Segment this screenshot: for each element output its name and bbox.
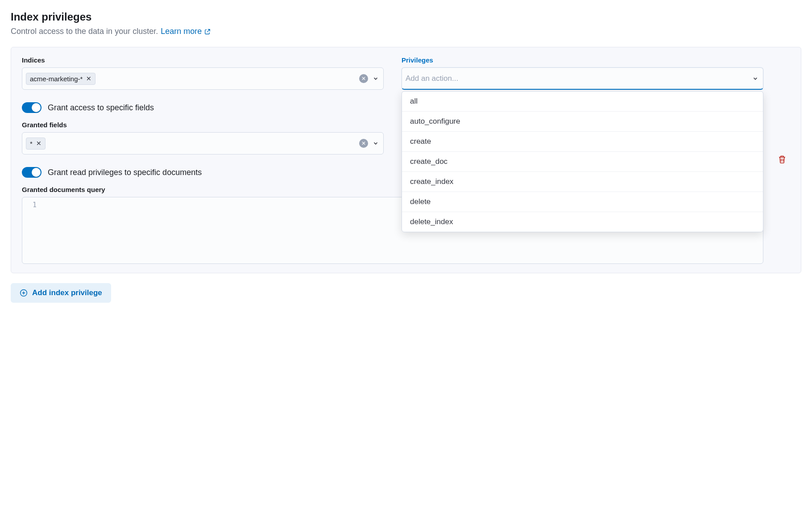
- remove-tag-icon[interactable]: ✕: [86, 75, 91, 82]
- privilege-option-delete[interactable]: delete: [402, 192, 763, 212]
- plus-circle-icon: [20, 289, 28, 297]
- section-title: Index privileges: [11, 11, 801, 23]
- granted-fields-label: Granted fields: [22, 121, 384, 129]
- privileges-dropdown: all auto_configure create create_doc cre…: [402, 91, 763, 232]
- granted-fields-input[interactable]: [49, 133, 356, 154]
- section-description: Control access to the data in your clust…: [11, 27, 801, 36]
- popout-icon: [204, 29, 211, 35]
- editor-line-number: 1: [28, 201, 37, 260]
- chevron-down-icon[interactable]: [372, 139, 380, 147]
- chevron-down-icon[interactable]: [751, 75, 759, 83]
- privilege-option-create[interactable]: create: [402, 131, 763, 151]
- granted-fields-combobox[interactable]: * ✕ ✕: [22, 132, 384, 154]
- add-index-privilege-label: Add index privilege: [32, 288, 102, 297]
- privilege-option-all[interactable]: all: [402, 92, 763, 111]
- clear-indices-icon[interactable]: ✕: [359, 74, 368, 83]
- privileges-input[interactable]: [406, 68, 748, 89]
- grant-docs-toggle-label: Grant read privileges to specific docume…: [48, 168, 202, 177]
- granted-fields-tag: * ✕: [26, 138, 46, 150]
- trash-icon[interactable]: [778, 155, 787, 166]
- privilege-option-auto-configure[interactable]: auto_configure: [402, 111, 763, 131]
- privilege-panel: Indices acme-marketing-* ✕ ✕ Grant acces…: [11, 47, 801, 273]
- indices-tag-text: acme-marketing-*: [30, 75, 83, 83]
- clear-granted-fields-icon[interactable]: ✕: [359, 139, 368, 148]
- indices-input[interactable]: [99, 68, 356, 89]
- grant-fields-toggle-label: Grant access to specific fields: [48, 103, 154, 113]
- grant-fields-toggle-row: Grant access to specific fields: [22, 102, 384, 113]
- grant-docs-toggle[interactable]: [22, 167, 41, 178]
- privilege-option-delete-index[interactable]: delete_index: [402, 212, 763, 232]
- privilege-option-create-doc[interactable]: create_doc: [402, 151, 763, 171]
- privilege-option-create-index[interactable]: create_index: [402, 171, 763, 192]
- add-index-privilege-button[interactable]: Add index privilege: [11, 283, 111, 303]
- section-description-text: Control access to the data in your clust…: [11, 27, 158, 36]
- learn-more-link[interactable]: Learn more: [161, 27, 211, 36]
- granted-fields-tag-text: *: [30, 140, 33, 147]
- grant-docs-toggle-row: Grant read privileges to specific docume…: [22, 167, 384, 178]
- indices-label: Indices: [22, 56, 384, 64]
- grant-fields-toggle[interactable]: [22, 102, 41, 113]
- chevron-down-icon[interactable]: [372, 75, 380, 83]
- remove-tag-icon[interactable]: ✕: [36, 140, 41, 146]
- indices-combobox[interactable]: acme-marketing-* ✕ ✕: [22, 67, 384, 90]
- privileges-label: Privileges: [402, 56, 763, 64]
- privileges-combobox[interactable]: [402, 67, 763, 90]
- learn-more-label: Learn more: [161, 27, 202, 36]
- indices-tag: acme-marketing-* ✕: [26, 73, 95, 85]
